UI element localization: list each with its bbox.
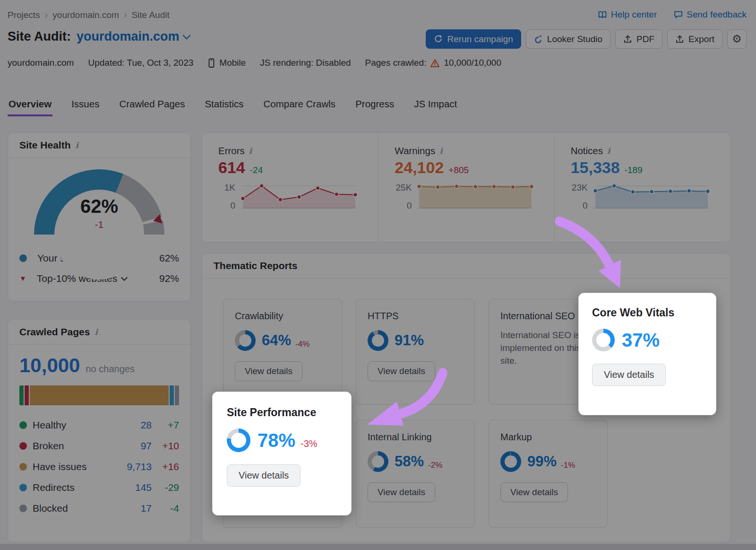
site-performance-title: Site Performance	[227, 406, 337, 419]
site-performance-view-details-button[interactable]: View details	[227, 464, 301, 487]
core-web-vitals-percent: 37%	[622, 330, 660, 351]
site-audit-page: Projects › yourdomain.com › Site Audit H…	[0, 0, 756, 550]
dim-overlay	[0, 0, 756, 550]
core-web-vitals-highlight-card: Core Web Vitals 37% View details	[578, 293, 716, 415]
core-web-vitals-donut	[592, 329, 615, 351]
core-web-vitals-view-details-button[interactable]: View details	[592, 364, 666, 386]
site-performance-percent: 78%	[258, 430, 295, 451]
core-web-vitals-title: Core Web Vitals	[592, 306, 703, 319]
site-performance-donut	[227, 428, 250, 452]
site-performance-highlight-card: Site Performance 78% -3% View details	[212, 392, 352, 515]
site-performance-delta: -3%	[301, 438, 318, 449]
